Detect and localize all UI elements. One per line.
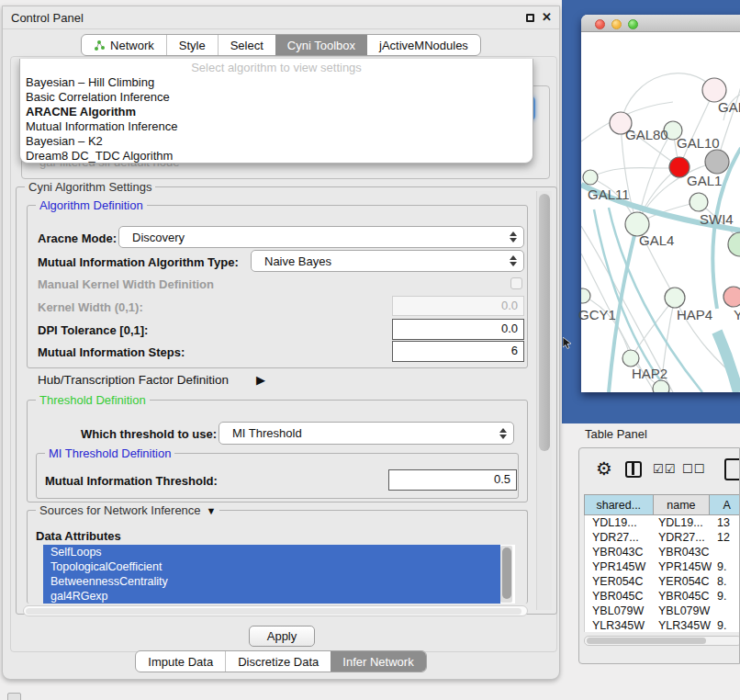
table-row[interactable]: YPR145WYPR145W9. — [585, 559, 740, 574]
minimized-widget[interactable] — [7, 693, 21, 700]
dropdown-item[interactable]: Mutual Information Inference — [20, 119, 533, 134]
data-attributes-label: Data Attributes — [36, 529, 121, 543]
collapse-icon[interactable]: ▼ — [207, 505, 217, 516]
tab-jactivemnodules[interactable]: jActiveMNodules — [367, 35, 480, 55]
tab-discretize-data[interactable]: Discretize Data — [225, 651, 331, 672]
column-header-name[interactable]: name — [654, 494, 711, 515]
scrollbar-thumb[interactable] — [539, 194, 550, 451]
tab-cyni-toolbox[interactable]: Cyni Toolbox — [275, 35, 367, 55]
table-horizontal-scrollbar[interactable] — [584, 636, 740, 646]
column-header-partial[interactable]: A — [710, 494, 740, 515]
spinner-icon — [503, 255, 523, 266]
node-hap4[interactable] — [665, 288, 685, 308]
tab-impute-data-label: Impute Data — [148, 655, 213, 669]
dropdown-item-selected[interactable]: ARACNE Algorithm — [20, 105, 533, 119]
float-window-icon[interactable] — [526, 14, 534, 22]
which-threshold-label: Which threshold to use: — [81, 427, 217, 441]
mi-type-value: Naive Bayes — [252, 254, 503, 268]
mi-type-select[interactable]: Naive Bayes — [251, 250, 524, 272]
scrollbar-thumb[interactable] — [587, 638, 706, 644]
tab-impute-data[interactable]: Impute Data — [136, 651, 225, 672]
list-item[interactable]: gal4RGexp — [43, 589, 500, 604]
control-panel-window: Control Panel ✕ Network Style Select Cyn… — [2, 6, 560, 680]
mi-steps-input[interactable]: 6 — [392, 341, 524, 362]
spinner-icon — [493, 428, 513, 439]
aracne-mode-value: Discovery — [119, 231, 503, 244]
dropdown-item[interactable]: Basic Correlation Inference — [20, 90, 533, 105]
close-icon[interactable]: ✕ — [542, 10, 552, 24]
hub-definition-label[interactable]: Hub/Transcription Factor Definition — [38, 373, 229, 387]
node-label: Y — [734, 307, 740, 322]
tab-select[interactable]: Select — [218, 35, 275, 55]
settings-vertical-scrollbar[interactable] — [536, 191, 552, 610]
tab-network-label: Network — [110, 39, 154, 52]
control-panel-tabbar: Network Style Select Cyni Toolbox jActiv… — [3, 34, 559, 56]
list-item[interactable]: SelfLoops — [43, 545, 500, 559]
tab-infer-network[interactable]: Infer Network — [331, 651, 425, 672]
list-vertical-scrollbar[interactable] — [500, 546, 512, 603]
node-bottom[interactable] — [653, 380, 669, 392]
node-hap2[interactable] — [622, 350, 639, 367]
node-y-pink[interactable] — [723, 287, 740, 307]
table-panel-window: ⚙ ☑☑ ☐☐ shared... name A YDL19...YDL19..… — [578, 447, 740, 664]
minimize-window-button[interactable] — [611, 19, 622, 29]
node-gal10-gray[interactable] — [705, 150, 729, 174]
zoom-window-button[interactable] — [628, 19, 638, 29]
table-row[interactable]: YDR27...YDR27...12 — [585, 530, 740, 545]
gear-icon[interactable]: ⚙ — [596, 457, 612, 480]
data-attributes-list[interactable]: SelfLoops TopologicalCoefficient Between… — [43, 545, 515, 604]
tab-jactivemnodules-label: jActiveMNodules — [379, 39, 468, 52]
select-all-checks-icon[interactable]: ☑☑ — [653, 462, 676, 476]
aracne-mode-label: Aracne Mode: — [38, 231, 117, 245]
settings-horizontal-scrollbar[interactable] — [23, 605, 528, 616]
expand-icon[interactable]: ▶ — [256, 373, 265, 387]
node-gal1[interactable] — [690, 193, 708, 211]
tab-infer-network-label: Infer Network — [342, 655, 413, 669]
table-row[interactable]: YBL079WYBL079W — [585, 604, 740, 618]
apply-button[interactable]: Apply — [249, 626, 315, 647]
node-label: GAL1 — [687, 173, 722, 188]
table-row[interactable]: YBR043CYBR043C — [585, 545, 740, 559]
scrollbar-thumb[interactable] — [26, 608, 521, 615]
list-item[interactable]: BetweennessCentrality — [43, 574, 500, 589]
list-item[interactable]: TopologicalCoefficient — [43, 559, 500, 574]
tab-network[interactable]: Network — [82, 35, 166, 55]
node-right-green[interactable] — [728, 232, 740, 256]
column-header-shared-name[interactable]: shared... — [584, 494, 654, 515]
cyni-settings-legend: Cyni Algorithm Settings — [25, 180, 155, 194]
table-row[interactable]: YDL19...YDL19...13 — [585, 515, 740, 530]
tab-select-label: Select — [230, 39, 263, 52]
algorithm-dropdown-popup: Select algorithm to view settings Bayesi… — [19, 59, 533, 164]
table-body[interactable]: YDL19...YDL19...13 YDR27...YDR27...12 YB… — [584, 515, 740, 632]
table-row[interactable]: YER054CYER054C8. — [585, 574, 740, 589]
column-layout-icon[interactable] — [625, 461, 642, 478]
node-label: GAL4 — [639, 232, 674, 248]
dpi-tolerance-input[interactable]: 0.0 — [392, 319, 524, 340]
algorithm-definition-legend: Algorithm Definition — [36, 198, 147, 212]
manual-kernel-checkbox[interactable] — [510, 277, 522, 289]
node-label: GCY1 — [578, 307, 616, 322]
node-gcy1[interactable] — [581, 288, 590, 303]
tab-discretize-data-label: Discretize Data — [238, 655, 319, 669]
node-gal11[interactable] — [583, 170, 598, 185]
aracne-mode-select[interactable]: Discovery — [118, 226, 524, 248]
deselect-all-checks-icon[interactable]: ☐☐ — [682, 462, 705, 476]
mi-threshold-input[interactable]: 0.5 — [388, 469, 517, 491]
close-window-button[interactable] — [595, 19, 605, 29]
cyni-bottom-tabbar: Impute Data Discretize Data Infer Networ… — [3, 650, 559, 672]
spinner-icon — [503, 231, 523, 243]
table-toolbar: ⚙ ☑☑ ☐☐ — [579, 456, 739, 487]
control-panel-titlebar: Control Panel ✕ — [3, 6, 559, 29]
export-table-icon[interactable] — [724, 458, 740, 480]
scrollbar-thumb[interactable] — [502, 548, 511, 599]
table-row[interactable]: YLR345WYLR345W9. — [585, 618, 740, 632]
mi-threshold-label: Mutual Information Threshold: — [45, 474, 218, 488]
table-row[interactable]: YBR045CYBR045C9. — [585, 589, 740, 604]
which-threshold-select[interactable]: MI Threshold — [219, 422, 514, 445]
dropdown-prompt: Select algorithm to view settings — [20, 60, 533, 75]
dropdown-item[interactable]: Bayesian – K2 — [20, 134, 533, 149]
tab-style[interactable]: Style — [166, 35, 218, 55]
dropdown-item[interactable]: Bayesian – Hill Climbing — [20, 75, 533, 90]
node-label: HAP2 — [632, 366, 667, 381]
dropdown-item[interactable]: Dream8 DC_TDC Algorithm — [20, 149, 533, 164]
